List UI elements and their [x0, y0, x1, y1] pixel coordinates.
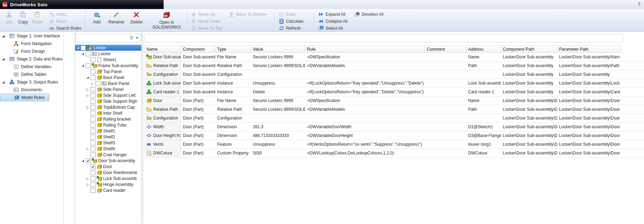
- expander-icon[interactable]: [2, 35, 5, 37]
- cell-parameter_path[interactable]: Locker\Door Sub-assembly: [557, 70, 621, 79]
- cell-component[interactable]: Door (Part): [181, 105, 215, 114]
- table-row[interactable]: WidthDoor (Part)Dimension261.3=DWVariabl…: [144, 123, 644, 131]
- table-row[interactable]: Card reader-1Door Sub-assembInstanceDele…: [144, 88, 644, 96]
- cell-component_path[interactable]: Locker\Door Sub-assembly\D: [501, 123, 557, 131]
- cell-address[interactable]: Path: [466, 105, 501, 114]
- tree-item-inter-shelf[interactable]: Inter Shelf: [75, 110, 141, 116]
- tree-checkbox[interactable]: [91, 87, 95, 92]
- tree-item-hinge-assembly[interactable]: Hinge Assembly: [75, 181, 141, 187]
- table-row[interactable]: Relative PathDoor (Part)Relative PathSec…: [144, 105, 644, 114]
- tree-checkbox[interactable]: [91, 188, 95, 193]
- cell-comment[interactable]: [425, 96, 466, 105]
- tree-checkbox[interactable]: [91, 146, 95, 151]
- cell-address[interactable]: Path: [466, 62, 501, 70]
- cell-component_path[interactable]: Locker\Door Sub-assembly: [501, 53, 557, 61]
- paste-button[interactable]: Paste: [30, 10, 44, 25]
- cell-name[interactable]: Door Height fro: [144, 131, 181, 140]
- cell-type[interactable]: File Name: [215, 53, 251, 61]
- cell-comment[interactable]: [425, 53, 466, 61]
- cell-value[interactable]: 0|0|0: [251, 149, 305, 157]
- expand-all-button[interactable]: Expand All: [316, 11, 352, 17]
- cell-component_path[interactable]: Locker\Door Sub-assembly: [501, 88, 557, 96]
- collapse-all-button[interactable]: Collapse All: [316, 18, 352, 24]
- tree-checkbox[interactable]: [91, 176, 95, 181]
- cell-value[interactable]: Unsuppress: [251, 79, 305, 87]
- column-header-value[interactable]: Value: [251, 45, 305, 53]
- cell-component[interactable]: Door Sub-assemb: [181, 88, 215, 96]
- cell-address[interactable]: D3@Base-Flange1: [466, 131, 501, 140]
- cell-address[interactable]: Name: [466, 96, 501, 105]
- cell-address[interactable]: [466, 114, 501, 122]
- expander-icon[interactable]: [2, 58, 5, 60]
- tree-item-top-panel[interactable]: Top Panel: [75, 68, 141, 74]
- cell-parameter_path[interactable]: Locker\Door Sub-assembly\Door: [557, 96, 621, 105]
- cell-rule[interactable]: =DWVariableDoorWidth: [305, 123, 425, 131]
- cell-comment[interactable]: [425, 114, 466, 122]
- sidebar-item-form-design[interactable]: Form Design: [0, 48, 63, 55]
- tree-filter-input[interactable]: [76, 34, 141, 42]
- tree-expander[interactable]: [86, 183, 90, 186]
- cell-address[interactable]: D1@Sketch1: [466, 123, 501, 131]
- cell-parameter_path[interactable]: Locker\Door Sub-assembly\Door: [557, 105, 621, 114]
- cell-name[interactable]: Lock Sub-assem: [144, 79, 181, 87]
- tree-expander[interactable]: [86, 77, 90, 79]
- copy-button[interactable]: Copy: [16, 10, 30, 25]
- tree-item-shelf4[interactable]: Shelf4: [75, 146, 141, 152]
- sidebar-divider[interactable]: [63, 32, 64, 224]
- tree-checkbox[interactable]: [81, 45, 86, 50]
- cell-value[interactable]: Delete: [251, 88, 305, 96]
- cell-name[interactable]: Card reader-1: [144, 88, 181, 96]
- tree-item-side-panel[interactable]: Side Panel: [75, 86, 141, 92]
- tree-checkbox[interactable]: [91, 111, 95, 116]
- cell-comment[interactable]: [425, 149, 466, 157]
- cell-type[interactable]: Instance: [215, 79, 251, 87]
- deselect-all-button[interactable]: Deselect All: [352, 11, 391, 17]
- cell-rule[interactable]: =DWVariableModels: [305, 62, 425, 70]
- cell-type[interactable]: Relative Path: [215, 105, 251, 114]
- tree-expander[interactable]: [81, 160, 85, 162]
- cell-comment[interactable]: [425, 123, 466, 131]
- sidebar-item-stage-1-user-interface[interactable]: Stage 1: User Interface: [0, 32, 63, 40]
- sidebar-item-form-navigation[interactable]: Form Navigation: [0, 40, 63, 48]
- move-to-top-button[interactable]: Move To Top: [189, 25, 227, 31]
- tree-item-back-panel[interactable]: Back Panel: [75, 74, 141, 80]
- cell-value[interactable]: Securix Lockers 9999: [251, 53, 305, 61]
- cell-value[interactable]: [251, 114, 305, 122]
- tree-item-door-reinforceme[interactable]: Door Reinforceme: [75, 169, 141, 175]
- cell-rule[interactable]: =DWSpecification: [305, 53, 425, 61]
- cell-type[interactable]: Instance: [215, 88, 251, 96]
- cell-component[interactable]: Door Sub-assemb: [181, 79, 215, 87]
- column-header-rule[interactable]: Rule: [305, 45, 425, 53]
- cell-address[interactable]: Card reader-1: [466, 88, 501, 96]
- column-header-name[interactable]: Name: [144, 45, 181, 53]
- column-header-type[interactable]: Type: [215, 45, 251, 53]
- filter-funnel-icon[interactable]: [129, 35, 134, 41]
- cell-name[interactable]: Relative Path: [144, 62, 181, 70]
- cell-type[interactable]: Relative Path: [215, 62, 251, 70]
- table-row[interactable]: ConfigurationDoor (Part)ConfigurationLoc…: [144, 114, 644, 123]
- column-header-parameter-path[interactable]: Parameter Path: [557, 45, 621, 53]
- cell-component[interactable]: Door (Part): [181, 123, 215, 131]
- cell-component[interactable]: Door Sub-assemb: [181, 62, 215, 70]
- cell-name[interactable]: Configuration: [144, 70, 181, 79]
- cell-value[interactable]: Unsuppress: [251, 140, 305, 149]
- table-row[interactable]: Door Height froDoor (Part)Dimension486.7…: [144, 131, 644, 140]
- help-icon[interactable]: ?: [638, 1, 641, 7]
- cell-name[interactable]: Door: [144, 96, 181, 105]
- cell-rule[interactable]: =If(LockOptionsReturn="Key operated","Un…: [305, 79, 425, 87]
- tree-checkbox[interactable]: [91, 117, 95, 122]
- sidebar-item-define-tables[interactable]: Define Tables: [0, 71, 63, 78]
- cell-comment[interactable]: [425, 105, 466, 114]
- tree-checkbox[interactable]: [91, 75, 95, 80]
- cut-button[interactable]: Cut: [2, 10, 16, 25]
- cell-rule[interactable]: =DWVLookup(Colour,DwLookupColours,1,2,0): [305, 149, 425, 157]
- sidebar-item-model-rules[interactable]: Model Rules: [0, 94, 49, 101]
- column-header-component[interactable]: Component: [181, 45, 215, 53]
- cell-name[interactable]: Relative Path: [144, 105, 181, 114]
- table-filter-input[interactable]: [144, 34, 623, 42]
- cell-name[interactable]: DWColour: [144, 149, 181, 157]
- cell-parameter_path[interactable]: Locker\Door Sub-assembly\Door: [557, 123, 621, 131]
- sidebar-item-stage-2-data-and-rules[interactable]: Stage 2: Data and Rules: [0, 55, 63, 63]
- tree-checkbox[interactable]: [91, 93, 95, 98]
- cell-rule[interactable]: [305, 70, 425, 79]
